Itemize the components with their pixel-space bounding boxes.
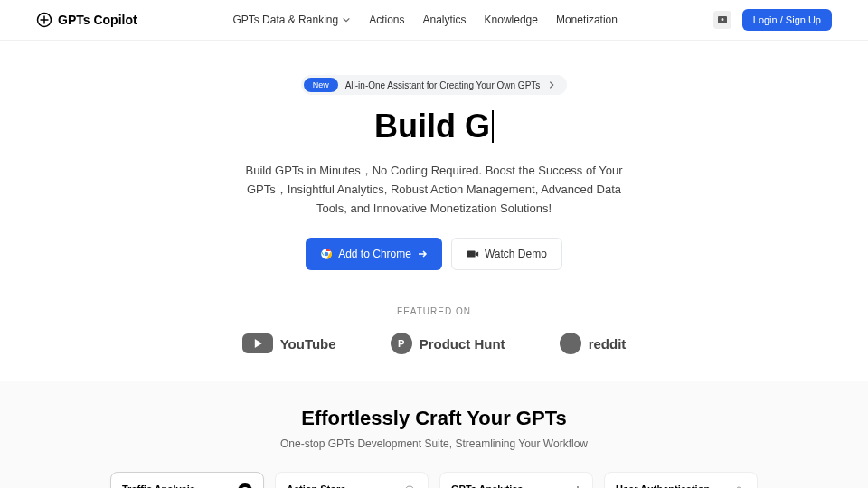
auth-icon [731, 483, 746, 488]
hero-title: Build G [36, 108, 832, 145]
header: GPTs Copilot GPTs Data & Ranking Actions… [0, 0, 868, 41]
reddit-icon [560, 333, 581, 354]
hero-title-text: Build G [374, 108, 490, 145]
header-right: Login / Sign Up [713, 9, 832, 31]
card-title: GPTs Analytics [451, 483, 581, 488]
card-user-auth[interactable]: User Authentication Refine user authenti… [604, 472, 758, 488]
chevron-down-icon [342, 15, 351, 24]
featured-logo-producthunt[interactable]: P Product Hunt [391, 333, 505, 354]
nav-label: Knowledge [485, 14, 538, 26]
announcement-pill[interactable]: New All-in-One Assistant for Creating Yo… [301, 75, 568, 95]
discord-icon [717, 14, 728, 25]
typing-cursor [492, 110, 494, 143]
add-to-chrome-button[interactable]: Add to Chrome [306, 238, 442, 270]
featured-logo-text: reddit [589, 336, 627, 352]
card-gpts-analytics[interactable]: GPTs Analytics Gain insights to enhance … [439, 472, 593, 488]
chrome-icon [320, 248, 333, 260]
brand-icon [36, 12, 52, 28]
brand-name: GPTs Copilot [58, 13, 137, 27]
svg-point-2 [325, 252, 329, 257]
hero-section: New All-in-One Assistant for Creating Yo… [0, 41, 868, 297]
nav-item-analytics[interactable]: Analytics [423, 14, 467, 26]
brand-logo[interactable]: GPTs Copilot [36, 12, 137, 28]
section-subtitle: One-stop GPTs Development Suite, Streaml… [36, 437, 832, 450]
card-action-store[interactable]: Action Store Manage and deploy actions s… [275, 472, 429, 488]
featured-logo-youtube[interactable]: YouTube [242, 333, 336, 353]
nav-item-data-ranking[interactable]: GPTs Data & Ranking [232, 14, 351, 26]
nav-item-monetization[interactable]: Monetization [556, 14, 618, 26]
main-nav: GPTs Data & Ranking Actions Analytics Kn… [232, 14, 618, 26]
analytics-icon [567, 483, 581, 488]
card-title: Action Store [287, 483, 417, 488]
craft-section: Effortlessly Craft Your GPTs One-stop GP… [0, 381, 868, 488]
nav-item-actions[interactable]: Actions [369, 14, 404, 26]
featured-logos: YouTube P Product Hunt reddit [0, 333, 868, 354]
featured-label: FEATURED ON [0, 306, 868, 316]
card-title: User Authentication [616, 483, 746, 488]
featured-logo-text: YouTube [280, 336, 336, 352]
featured-section: FEATURED ON YouTube P Product Hunt reddi… [0, 297, 868, 381]
cta-row: Add to Chrome Watch Demo [36, 238, 832, 270]
video-icon [467, 248, 479, 260]
featured-logo-reddit[interactable]: reddit [560, 333, 627, 354]
producthunt-icon: P [391, 333, 412, 354]
chevron-right-icon [547, 80, 556, 89]
new-badge: New [304, 78, 338, 92]
youtube-icon [242, 333, 273, 353]
card-title: Traffic Analysis [122, 483, 252, 488]
svg-rect-3 [467, 251, 476, 258]
watch-demo-button[interactable]: Watch Demo [451, 238, 562, 270]
store-icon [402, 483, 417, 488]
nav-label: Actions [369, 14, 404, 26]
primary-cta-label: Add to Chrome [338, 248, 411, 260]
nav-label: Monetization [556, 14, 618, 26]
nav-label: Analytics [423, 14, 467, 26]
announcement-text: All-in-One Assistant for Creating Your O… [345, 80, 541, 90]
login-button[interactable]: Login / Sign Up [742, 9, 832, 31]
hero-description: Build GPTs in Minutes，No Coding Required… [235, 162, 633, 218]
feature-cards: Traffic Analysis Easily understand and o… [36, 472, 832, 488]
section-title: Effortlessly Craft Your GPTs [36, 407, 832, 430]
secondary-cta-label: Watch Demo [485, 248, 547, 260]
featured-logo-text: Product Hunt [420, 336, 505, 352]
nav-item-knowledge[interactable]: Knowledge [485, 14, 538, 26]
arrow-right-icon [417, 249, 428, 259]
nav-label: GPTs Data & Ranking [232, 14, 338, 26]
discord-button[interactable] [713, 11, 731, 29]
card-traffic-analysis[interactable]: Traffic Analysis Easily understand and o… [110, 472, 264, 488]
